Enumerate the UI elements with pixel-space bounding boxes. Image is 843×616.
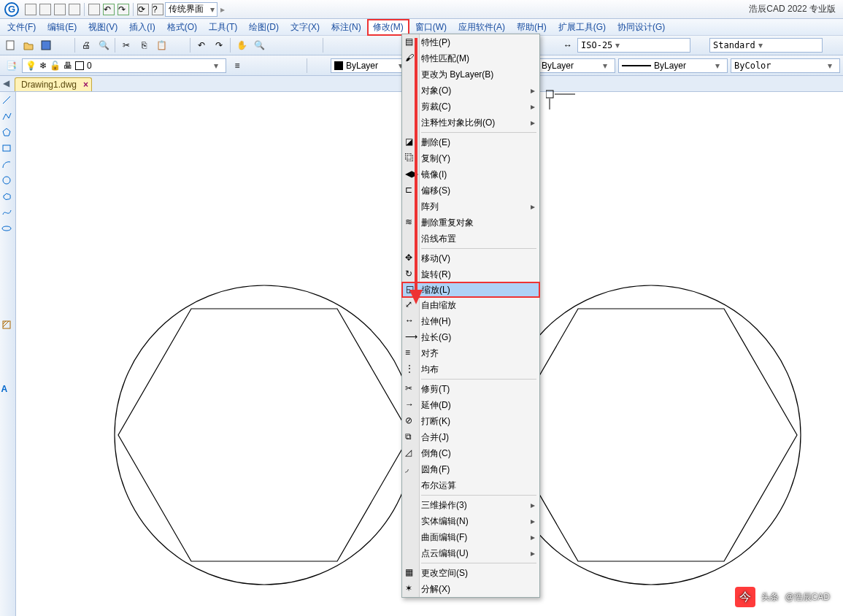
insert-tool[interactable]: [1, 272, 15, 285]
menu-collab[interactable]: 协同设计(G): [612, 20, 671, 35]
menu-apps[interactable]: 应用软件(A): [453, 20, 511, 35]
saveall-button[interactable]: [55, 37, 72, 53]
dim-tool-icon[interactable]: ↔: [560, 37, 576, 53]
polygon-tool[interactable]: [1, 127, 15, 140]
menu-extend[interactable]: 扩展工具(G): [553, 20, 612, 35]
menu-lengthen[interactable]: ⟶拉长(G): [402, 329, 539, 345]
menu-3d-ops[interactable]: 三维操作(3): [402, 497, 539, 513]
zoom-prev-button[interactable]: [304, 37, 320, 53]
print-button[interactable]: 🖨: [78, 37, 94, 53]
color-tool-icon[interactable]: [312, 58, 328, 74]
point-tool[interactable]: [1, 288, 15, 301]
menu-edit[interactable]: 编辑(E): [42, 20, 82, 35]
hatch-tool[interactable]: [1, 320, 15, 333]
divide-tool[interactable]: [1, 304, 15, 317]
pline-tool[interactable]: [1, 111, 15, 124]
redo-button[interactable]: ↷: [211, 37, 227, 53]
menu-extend[interactable]: →延伸(D): [402, 397, 539, 413]
menu-help[interactable]: 帮助(H): [511, 20, 553, 35]
refresh-icon[interactable]: ⟳: [137, 4, 149, 15]
menu-stretch[interactable]: ↔拉伸(H): [402, 313, 539, 329]
open-button[interactable]: [20, 37, 36, 53]
new-button[interactable]: [3, 37, 19, 53]
zoom-extent-button[interactable]: [269, 37, 285, 53]
menu-insert[interactable]: 插入(I): [123, 20, 161, 35]
menu-format[interactable]: 格式(O): [161, 20, 203, 35]
layer-prev-button[interactable]: [267, 58, 283, 74]
menu-align[interactable]: ≡对齐: [402, 345, 539, 361]
pan-button[interactable]: ✋: [234, 37, 250, 53]
text-style-combo[interactable]: Standard ▾: [709, 38, 823, 53]
qat-more-icon[interactable]: ▸: [220, 4, 225, 15]
spline-tool[interactable]: [1, 207, 15, 220]
undo-button[interactable]: ↶: [193, 37, 209, 53]
properties-button[interactable]: [326, 37, 342, 53]
ellipse-tool[interactable]: [1, 223, 15, 236]
layer-state-button[interactable]: [286, 58, 302, 74]
tab-prev-icon[interactable]: ◀: [3, 78, 9, 88]
paste-button[interactable]: 📋: [153, 37, 169, 53]
menu-window[interactable]: 窗口(W): [409, 20, 453, 35]
menu-solid-edit[interactable]: 实体编辑(N): [402, 513, 539, 529]
menu-change-space[interactable]: ▦更改空间(S): [402, 565, 539, 581]
menu-distribute[interactable]: ⋮均布: [402, 361, 539, 377]
menu-surface-edit[interactable]: 曲面编辑(F): [402, 529, 539, 545]
save-icon[interactable]: [54, 4, 66, 15]
block-tool[interactable]: [1, 255, 15, 269]
menu-explode[interactable]: ✶分解(X): [402, 581, 539, 597]
region-tool[interactable]: [1, 352, 15, 365]
circle-tool[interactable]: [1, 175, 15, 188]
mtext-tool[interactable]: A: [1, 384, 15, 397]
menu-break[interactable]: ⊘打断(K): [402, 413, 539, 429]
preview-button[interactable]: 🔍: [96, 37, 112, 53]
new-icon[interactable]: [25, 4, 36, 15]
text-settings-icon[interactable]: [824, 37, 840, 53]
calc-button[interactable]: [361, 37, 377, 53]
color-combo[interactable]: ByLayer ▾: [331, 58, 411, 73]
layer-iso-button[interactable]: [248, 58, 264, 74]
redo-icon[interactable]: ↷: [118, 4, 129, 15]
menu-text[interactable]: 文字(X): [285, 20, 326, 35]
menu-tools[interactable]: 工具(T): [203, 20, 243, 35]
print-icon[interactable]: [88, 4, 100, 15]
table-tool[interactable]: [1, 368, 15, 381]
addselected-tool[interactable]: [1, 400, 15, 413]
cut-button[interactable]: ✂: [118, 37, 134, 53]
menu-dimension[interactable]: 标注(N): [326, 20, 367, 35]
menu-draw[interactable]: 绘图(D): [243, 20, 285, 35]
menu-boolean[interactable]: 布尔运算: [402, 477, 539, 493]
menu-trim[interactable]: ✂修剪(T): [402, 381, 539, 397]
arc-tool[interactable]: [1, 159, 15, 172]
layer-combo[interactable]: 💡 ❄ 🔓 🖶 0 ▾: [22, 58, 226, 73]
revcloud-tool[interactable]: [1, 191, 15, 204]
help-icon[interactable]: ?: [152, 4, 163, 15]
ellipse-arc-tool[interactable]: [1, 239, 15, 253]
plotstyle-combo[interactable]: ByColor ▾: [731, 58, 840, 73]
close-icon[interactable]: ×: [83, 80, 88, 90]
save-button[interactable]: [38, 37, 54, 53]
menu-view[interactable]: 视图(V): [82, 20, 123, 35]
line-tool[interactable]: [1, 95, 15, 108]
menu-pointcloud-edit[interactable]: 点云编辑(U): [402, 545, 539, 561]
dim-style-combo[interactable]: ISO-25 ▾: [577, 38, 690, 53]
lineweight-combo[interactable]: ByLayer ▾: [618, 58, 728, 73]
menu-chamfer[interactable]: ◿倒角(C): [402, 445, 539, 461]
copy-button[interactable]: ⎘: [136, 37, 152, 53]
menu-file[interactable]: 文件(F): [1, 20, 42, 35]
saveas-icon[interactable]: [69, 4, 80, 15]
layers-icon[interactable]: ≡: [229, 58, 245, 74]
interface-mode-select[interactable]: 传统界面 ▾: [165, 2, 218, 17]
gradient-tool[interactable]: [1, 336, 15, 349]
file-tab-drawing1[interactable]: Drawing1.dwg ×: [15, 77, 92, 91]
layer-manager-button[interactable]: 📑: [3, 58, 19, 74]
zoom-window-button[interactable]: [286, 37, 302, 53]
palette-button[interactable]: [344, 37, 360, 53]
open-icon[interactable]: [39, 4, 51, 15]
dim-settings-icon[interactable]: [692, 37, 708, 53]
menu-join[interactable]: ⧉合并(J): [402, 429, 539, 445]
undo-icon[interactable]: ↶: [103, 4, 115, 15]
rect-tool[interactable]: [1, 143, 15, 156]
zoom-button[interactable]: 🔍: [251, 37, 267, 53]
match-button[interactable]: [171, 37, 187, 53]
menu-fillet[interactable]: ◞圆角(F): [402, 461, 539, 477]
